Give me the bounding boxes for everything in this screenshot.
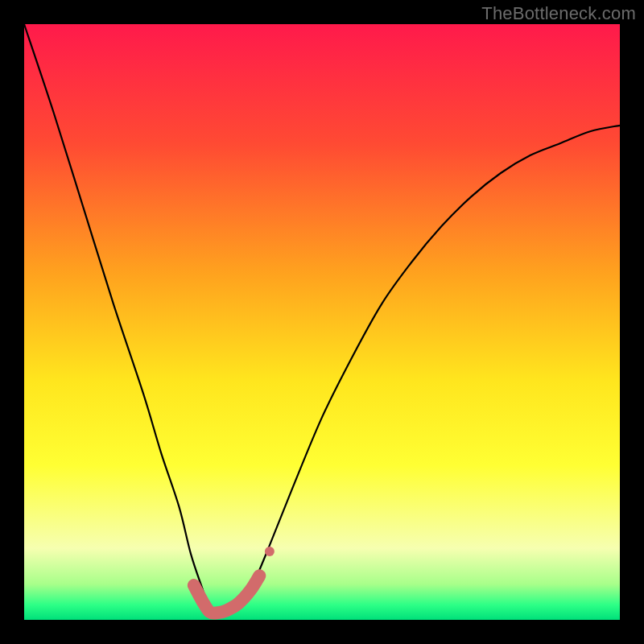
highlight-dot [265, 547, 275, 556]
bottleneck-chart [24, 24, 620, 620]
chart-frame: TheBottleneck.com [0, 0, 644, 644]
gradient-background [24, 24, 620, 620]
watermark-text: TheBottleneck.com [481, 3, 636, 24]
